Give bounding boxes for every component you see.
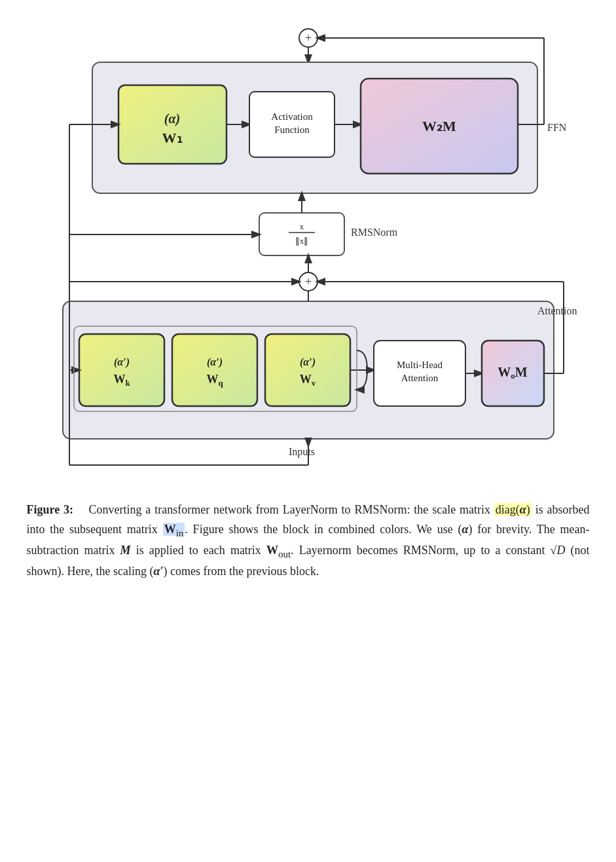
svg-text:(α′): (α′) (299, 356, 315, 368)
win-highlight: Win (163, 523, 185, 536)
caption: Figure 3: Converting a transformer netwo… (27, 500, 590, 582)
svg-rect-20 (259, 213, 344, 255)
figure-label: Figure 3: (27, 503, 74, 516)
svg-text:Function: Function (274, 124, 310, 135)
svg-text:FFN: FFN (547, 122, 567, 133)
diagram-svg: + FFN (27, 20, 590, 478)
diagram-container: + FFN (27, 20, 590, 481)
svg-rect-35 (79, 334, 164, 406)
svg-text:RMSNorm: RMSNorm (351, 227, 398, 238)
svg-text:Attention: Attention (401, 373, 438, 383)
svg-text:+: + (304, 275, 311, 288)
diag-alpha-highlight: diag(α) (494, 503, 532, 516)
svg-text:(α): (α) (164, 111, 179, 126)
svg-text:Multi-Head: Multi-Head (397, 360, 443, 370)
svg-text:‖x‖: ‖x‖ (295, 236, 308, 246)
svg-text:x: x (299, 221, 304, 231)
svg-rect-41 (265, 334, 350, 406)
svg-rect-38 (172, 334, 257, 406)
svg-text:Activation: Activation (271, 111, 313, 122)
svg-text:W₁: W₁ (162, 130, 182, 146)
svg-text:Attention: Attention (537, 305, 577, 316)
svg-text:Inputs: Inputs (289, 446, 315, 458)
svg-text:+: + (304, 31, 311, 45)
svg-text:W₂M: W₂M (422, 118, 456, 134)
svg-text:(α′): (α′) (206, 356, 222, 368)
svg-text:(α′): (α′) (113, 356, 129, 368)
